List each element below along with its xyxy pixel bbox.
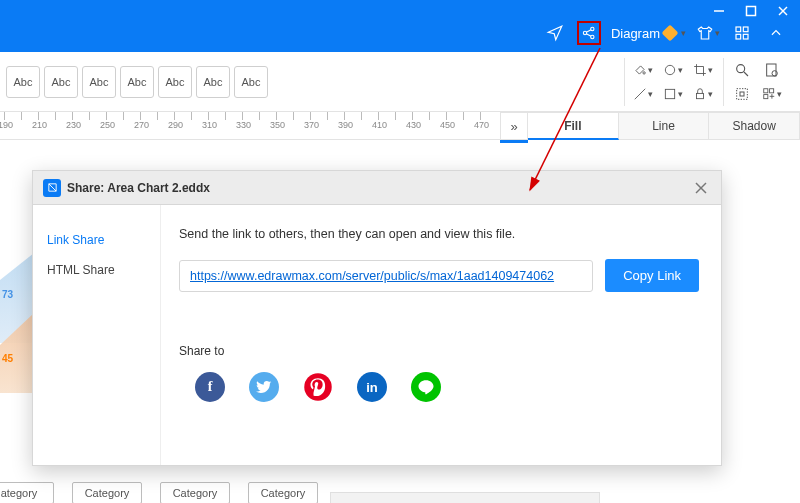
linkedin-icon[interactable]: in (357, 372, 387, 402)
svg-point-20 (772, 70, 777, 75)
dialog-main: Send the link to others, then they can o… (161, 205, 721, 465)
lock-icon[interactable]: ▾ (693, 84, 713, 104)
text-style-item[interactable]: Abc (82, 66, 116, 98)
ribbon-toolbar: Abc Abc Abc Abc Abc Abc Abc ▾ ▾ ▾ ▾ ▾ ▾ … (0, 52, 800, 112)
svg-rect-25 (764, 94, 768, 98)
horizontal-scrollbar[interactable] (330, 492, 600, 503)
line-icon[interactable] (411, 372, 441, 402)
copy-link-button[interactable]: Copy Link (605, 259, 699, 292)
data-point-label: 73 (2, 289, 13, 300)
sidebar-item-link-share[interactable]: Link Share (33, 225, 160, 255)
svg-rect-10 (743, 27, 748, 32)
apps-grid-icon[interactable] (730, 21, 754, 45)
window-controls (712, 4, 790, 18)
svg-point-17 (737, 64, 745, 72)
pinterest-icon[interactable] (303, 372, 333, 402)
chart-fragment: 73 45 (0, 183, 32, 443)
category-axis: ategory Category Category Category (0, 482, 318, 503)
diamond-icon (662, 25, 679, 42)
arrange-icon[interactable]: ▾ (762, 84, 782, 104)
collapse-up-icon[interactable] (764, 21, 788, 45)
category-item[interactable]: Category (248, 482, 318, 503)
sidebar-item-html-share[interactable]: HTML Share (33, 255, 160, 285)
tab-line[interactable]: Line (619, 112, 710, 140)
title-bar: Diagram ▾ ▾ (0, 0, 800, 52)
share-to-section: Share to f in (179, 344, 699, 402)
view-group: ▾ (723, 58, 790, 106)
text-style-item[interactable]: Abc (6, 66, 40, 98)
maximize-button[interactable] (744, 4, 758, 18)
category-item[interactable]: Category (160, 482, 230, 503)
circle-shape-icon[interactable]: ▾ (663, 60, 683, 80)
ruler-row: 1902102302502702903103303503703904104304… (0, 112, 800, 140)
svg-rect-22 (740, 92, 744, 96)
dialog-close-button[interactable] (691, 178, 711, 198)
svg-rect-1 (747, 7, 756, 16)
svg-rect-23 (764, 88, 768, 92)
svg-point-13 (643, 71, 645, 73)
fill-bucket-icon[interactable]: ▾ (633, 60, 653, 80)
link-row: https://www.edrawmax.com/server/public/s… (179, 259, 699, 292)
select-all-icon[interactable] (732, 84, 752, 104)
side-panel-tabs: » Fill Line Shadow (500, 112, 800, 140)
svg-rect-12 (743, 34, 748, 39)
text-style-item[interactable]: Abc (234, 66, 268, 98)
category-item[interactable]: ategory (0, 482, 54, 503)
minimize-button[interactable] (712, 4, 726, 18)
svg-rect-19 (767, 64, 776, 76)
expand-panel-button[interactable]: » (500, 112, 528, 140)
close-button[interactable] (776, 4, 790, 18)
format-group: ▾ ▾ ▾ ▾ ▾ ▾ (624, 58, 721, 106)
chevron-down-icon: ▾ (715, 28, 720, 38)
svg-line-8 (586, 34, 591, 37)
svg-rect-11 (736, 34, 741, 39)
category-item[interactable]: Category (72, 482, 142, 503)
svg-point-30 (304, 373, 332, 401)
svg-point-14 (665, 65, 674, 74)
svg-rect-15 (665, 89, 674, 98)
diagram-text: Diagram (611, 26, 660, 41)
share-dialog: Share: Area Chart 2.eddx Link Share HTML… (32, 170, 722, 466)
app-logo-icon (43, 179, 61, 197)
diagram-label[interactable]: Diagram ▾ (611, 26, 686, 41)
share-to-label: Share to (179, 344, 699, 358)
share-link-field[interactable]: https://www.edrawmax.com/server/public/s… (179, 260, 593, 292)
svg-rect-9 (736, 27, 741, 32)
rect-shape-icon[interactable]: ▾ (663, 84, 683, 104)
dialog-title: Share: Area Chart 2.eddx (67, 181, 691, 195)
facebook-icon[interactable]: f (195, 372, 225, 402)
svg-rect-24 (770, 88, 774, 92)
dialog-sidebar: Link Share HTML Share (33, 205, 161, 465)
zoom-icon[interactable] (732, 60, 752, 80)
twitter-icon[interactable] (249, 372, 279, 402)
text-style-item[interactable]: Abc (196, 66, 230, 98)
chevron-down-icon: ▾ (681, 28, 686, 38)
tab-fill[interactable]: Fill (528, 112, 619, 140)
svg-rect-16 (697, 93, 704, 98)
fit-page-icon[interactable] (762, 60, 782, 80)
titlebar-tools: Diagram ▾ ▾ (543, 21, 788, 45)
style-gallery: Abc Abc Abc Abc Abc Abc Abc (4, 66, 270, 98)
text-style-item[interactable]: Abc (120, 66, 154, 98)
pen-icon[interactable]: ▾ (633, 84, 653, 104)
crop-icon[interactable]: ▾ (693, 60, 713, 80)
dialog-header: Share: Area Chart 2.eddx (33, 171, 721, 205)
tab-shadow[interactable]: Shadow (709, 112, 800, 140)
svg-line-7 (586, 30, 591, 33)
data-point-label: 45 (2, 353, 13, 364)
svg-rect-21 (737, 88, 748, 99)
share-icon[interactable] (577, 21, 601, 45)
shirt-icon[interactable]: ▾ (696, 21, 720, 45)
dialog-description: Send the link to others, then they can o… (179, 227, 699, 241)
svg-line-18 (744, 72, 748, 76)
text-style-item[interactable]: Abc (44, 66, 78, 98)
social-icons: f in (179, 372, 699, 402)
horizontal-ruler: 1902102302502702903103303503703904104304… (0, 112, 500, 140)
text-style-item[interactable]: Abc (158, 66, 192, 98)
send-icon[interactable] (543, 21, 567, 45)
